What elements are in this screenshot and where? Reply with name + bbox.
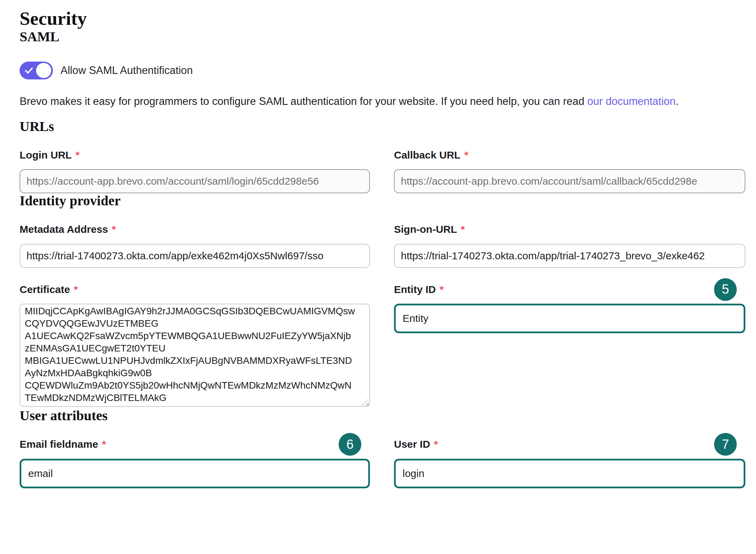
required-asterisk: * — [461, 224, 465, 236]
certificate-label: Certificate * — [20, 284, 370, 296]
login-url-field: Login URL * — [20, 149, 370, 194]
metadata-address-field: Metadata Address * — [20, 224, 370, 268]
entity-id-field: Entity ID * 5 — [394, 284, 745, 409]
documentation-link[interactable]: our documentation — [587, 95, 676, 107]
required-asterisk: * — [112, 224, 116, 236]
user-attributes-grid: Email fieldname * 6 User ID * 7 — [20, 438, 746, 488]
callback-url-input[interactable] — [394, 169, 745, 193]
security-page: Security SAML Allow SAML Authentificatio… — [0, 0, 756, 488]
step-badge-6: 6 — [339, 433, 361, 456]
email-fieldname-field: Email fieldname * 6 — [20, 438, 370, 488]
user-attributes-heading: User attributes — [20, 408, 746, 423]
user-id-field: User ID * 7 — [394, 438, 745, 488]
saml-description: Brevo makes it easy for programmers to c… — [20, 95, 746, 108]
email-fieldname-label: Email fieldname * — [20, 438, 370, 450]
entity-id-label-text: Entity ID — [394, 284, 436, 296]
email-fieldname-input[interactable] — [20, 459, 370, 488]
certificate-textarea-wrap: MIIDqjCCApKgAwIBAgIGAY9h2rJJMA0GCSqGSIb3… — [20, 304, 370, 408]
metadata-address-label-text: Metadata Address — [20, 224, 108, 236]
urls-grid: Login URL * Callback URL * — [20, 149, 746, 194]
user-id-label-text: User ID — [394, 438, 430, 450]
sign-on-url-field: Sign-on-URL * — [394, 224, 745, 268]
certificate-label-text: Certificate — [20, 284, 70, 296]
identity-provider-heading: Identity provider — [20, 193, 746, 208]
login-url-label-text: Login URL — [20, 149, 72, 161]
saml-toggle-row: Allow SAML Authentification — [20, 62, 746, 79]
saml-heading: SAML — [20, 29, 746, 44]
toggle-knob[interactable] — [36, 63, 51, 78]
description-text: Brevo makes it easy for programmers to c… — [20, 95, 587, 107]
identity-provider-grid: Metadata Address * Sign-on-URL * Certifi… — [20, 224, 746, 408]
callback-url-label-text: Callback URL — [394, 149, 460, 161]
required-asterisk: * — [440, 284, 444, 296]
sign-on-url-label: Sign-on-URL * — [394, 224, 745, 236]
user-id-input[interactable] — [394, 459, 745, 488]
entity-id-label: Entity ID * — [394, 284, 745, 296]
sign-on-url-input[interactable] — [394, 244, 745, 268]
login-url-label: Login URL * — [20, 149, 370, 161]
required-asterisk: * — [76, 149, 80, 161]
email-fieldname-label-text: Email fieldname — [20, 438, 98, 450]
callback-url-field: Callback URL * — [394, 149, 745, 194]
required-asterisk: * — [102, 438, 106, 450]
step-badge-5: 5 — [714, 278, 737, 301]
certificate-textarea[interactable]: MIIDqjCCApKgAwIBAgIGAY9h2rJJMA0GCSqGSIb3… — [20, 304, 370, 407]
required-asterisk: * — [434, 438, 438, 450]
callback-url-label: Callback URL * — [394, 149, 745, 161]
metadata-address-input[interactable] — [20, 244, 370, 268]
step-badge-7: 7 — [714, 433, 737, 456]
certificate-field: Certificate * MIIDqjCCApKgAwIBAgIGAY9h2r… — [20, 284, 370, 409]
required-asterisk: * — [464, 149, 468, 161]
check-icon — [24, 66, 34, 76]
sign-on-url-label-text: Sign-on-URL — [394, 224, 457, 236]
login-url-input[interactable] — [20, 169, 370, 193]
metadata-address-label: Metadata Address * — [20, 224, 370, 236]
urls-heading: URLs — [20, 119, 746, 134]
description-period: . — [676, 95, 679, 107]
entity-id-input[interactable] — [394, 304, 745, 333]
saml-toggle-label: Allow SAML Authentification — [61, 64, 193, 77]
saml-toggle[interactable] — [20, 62, 53, 79]
page-title: Security — [20, 8, 746, 29]
user-id-label: User ID * — [394, 438, 745, 450]
required-asterisk: * — [74, 284, 78, 296]
